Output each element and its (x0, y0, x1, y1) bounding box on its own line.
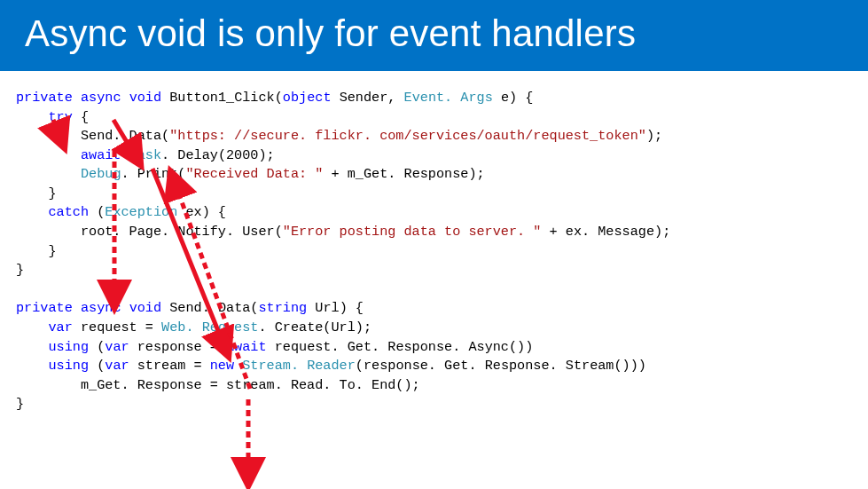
txt: Sender, (332, 90, 404, 106)
txt: ); (646, 128, 662, 144)
kw-await: await (16, 147, 121, 163)
txt (121, 147, 129, 163)
type-webrequest: Web. Request (161, 319, 258, 335)
txt: stream = (129, 358, 210, 374)
txt: Url) { (307, 300, 364, 316)
kw-private: private (16, 90, 73, 106)
txt: . Delay(2000); (161, 147, 275, 163)
kw-void: void (129, 90, 161, 106)
str: "Error posting data to server. " (283, 224, 542, 240)
txt: . Print( (121, 166, 186, 182)
type-streamreader: Stream. Reader (242, 358, 356, 374)
kw-await: await (226, 339, 267, 355)
txt: { (73, 109, 89, 125)
kw-using: using (16, 358, 89, 374)
txt: ( (89, 204, 105, 220)
code-block: private async void Button1_Click(object … (0, 71, 868, 414)
type-task: Task (129, 147, 161, 163)
kw-async: async (81, 90, 121, 106)
txt: ( (89, 339, 105, 355)
slide-title: Async void is only for event handlers (0, 0, 868, 71)
kw-string: string (258, 300, 307, 316)
txt: (response. Get. Response. Stream())) (356, 358, 646, 374)
txt: e) { (493, 90, 534, 106)
txt: Button1_Click( (161, 90, 283, 106)
type-exception: Exception (105, 204, 177, 220)
txt: root. Page. Notify. User( (16, 224, 283, 240)
txt (16, 166, 81, 182)
str: "Received Data: " (185, 166, 323, 182)
txt: m_Get. Response = stream. Read. To. End(… (16, 377, 420, 393)
txt: ex) { (177, 204, 226, 220)
txt: } (16, 396, 24, 412)
kw-using: using (16, 339, 89, 355)
txt: response = (129, 339, 226, 355)
kw-var: var (16, 319, 73, 335)
kw-var: var (105, 339, 129, 355)
kw-async: async (81, 300, 121, 316)
txt: } (16, 262, 24, 278)
txt: } (16, 243, 57, 259)
txt: request. Get. Response. Async()) (267, 339, 534, 355)
txt (234, 358, 242, 374)
type-debug: Debug (81, 166, 121, 182)
kw-try: try (16, 109, 73, 125)
txt: . Create(Url); (258, 319, 371, 335)
kw-void: void (129, 300, 161, 316)
txt: ( (89, 358, 105, 374)
kw-private: private (16, 300, 73, 316)
txt: } (16, 185, 57, 201)
kw-var: var (105, 358, 129, 374)
txt: + ex. Message); (541, 224, 670, 240)
txt: Send. Data( (161, 300, 258, 316)
txt: request = (73, 319, 161, 335)
kw-new: new (210, 358, 234, 374)
str: "https: //secure. flickr. com/services/o… (169, 128, 646, 144)
txt: + m_Get. Response); (323, 166, 484, 182)
kw-catch: catch (16, 204, 89, 220)
txt: Send. Data( (16, 128, 169, 144)
type-eventargs: Event. Args (404, 90, 493, 106)
kw-object: object (283, 90, 332, 106)
